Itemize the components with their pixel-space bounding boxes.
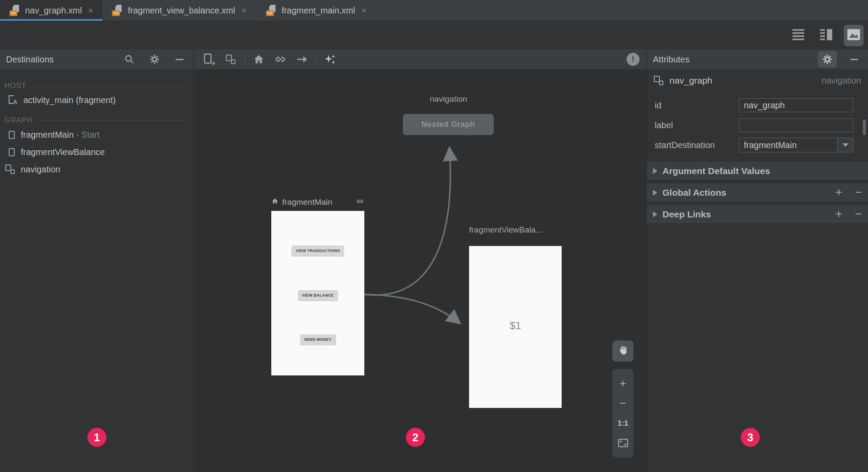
attributes-title: Attributes bbox=[653, 55, 689, 65]
nested-graph-node[interactable]: Nested Graph bbox=[403, 114, 494, 135]
destinations-panel: Destinations HOST A activity_main (fragm… bbox=[0, 49, 194, 472]
hand-icon bbox=[617, 345, 629, 358]
split-view-button[interactable] bbox=[816, 25, 836, 46]
design-view-icon bbox=[847, 29, 861, 42]
add-deep-link-button[interactable]: + bbox=[835, 208, 842, 220]
split-view-icon bbox=[819, 28, 833, 43]
activity-icon: A bbox=[9, 95, 17, 105]
xml-file-icon: <> bbox=[10, 5, 20, 16]
gear-icon[interactable] bbox=[818, 51, 837, 68]
link-icon bbox=[356, 197, 364, 208]
remove-deep-link-button[interactable]: − bbox=[855, 208, 862, 220]
tab-nav-graph-xml[interactable]: <> nav_graph.xml × bbox=[0, 0, 103, 21]
expand-arrow-icon bbox=[653, 211, 657, 217]
callout-badge-2: 2 bbox=[406, 428, 425, 447]
host-section-header: HOST bbox=[4, 80, 189, 91]
destination-fragment-main[interactable]: fragmentMain - Start bbox=[4, 126, 189, 143]
home-icon[interactable] bbox=[251, 52, 267, 67]
gear-icon[interactable] bbox=[147, 52, 162, 67]
fragment-main-node[interactable]: VIEW TRANSACTIONS VIEW BALANCE SEND MONE… bbox=[271, 211, 364, 375]
toolbar-separator bbox=[244, 54, 245, 65]
destination-label: fragmentViewBalance bbox=[21, 147, 105, 157]
balance-text: $1 bbox=[469, 320, 562, 332]
tab-label: fragment_main.xml bbox=[282, 6, 355, 16]
label-label: label bbox=[655, 120, 673, 130]
section-argument-default-values[interactable]: Argument Default Values bbox=[647, 161, 868, 181]
destination-navigation[interactable]: navigation bbox=[4, 161, 189, 178]
hide-panel-icon[interactable] bbox=[172, 52, 187, 67]
tab-label: nav_graph.xml bbox=[25, 6, 82, 16]
home-icon bbox=[271, 197, 279, 207]
section-deep-links[interactable]: Deep Links + − bbox=[647, 204, 868, 224]
new-nested-graph-icon[interactable] bbox=[223, 52, 238, 67]
zoom-out-button[interactable]: − bbox=[620, 398, 626, 409]
action-arrow-icon[interactable] bbox=[294, 52, 310, 67]
view-transactions-button: VIEW TRANSACTIONS bbox=[292, 246, 344, 256]
destination-label: fragmentMain - Start bbox=[21, 130, 100, 140]
tab-fragment-main-xml[interactable]: <> fragment_main.xml × bbox=[257, 0, 376, 21]
canvas-toolbar: ! bbox=[194, 49, 646, 70]
nested-graph-caption: navigation bbox=[406, 94, 491, 104]
toolbar-separator bbox=[316, 54, 316, 65]
close-icon[interactable]: × bbox=[361, 5, 366, 16]
graph-section-header: GRAPH bbox=[4, 115, 189, 126]
tab-fragment-view-balance-xml[interactable]: <> fragment_view_balance.xml × bbox=[103, 0, 256, 21]
expand-arrow-icon bbox=[653, 168, 657, 174]
pan-tool-button[interactable] bbox=[612, 340, 633, 362]
auto-arrange-icon[interactable] bbox=[322, 52, 338, 67]
destination-fragment-view-balance[interactable]: fragmentViewBalance bbox=[4, 143, 189, 161]
deep-link-icon[interactable] bbox=[273, 52, 288, 67]
component-name: nav_graph bbox=[669, 75, 712, 86]
search-icon[interactable] bbox=[122, 52, 137, 67]
tab-label: fragment_view_balance.xml bbox=[128, 6, 235, 16]
xml-file-icon: <> bbox=[112, 5, 122, 16]
nested-graph-icon bbox=[5, 165, 15, 174]
label-field[interactable] bbox=[739, 118, 853, 132]
fragment-icon bbox=[9, 131, 15, 139]
destination-activity-main[interactable]: A activity_main (fragment) bbox=[4, 91, 189, 109]
code-view-icon bbox=[791, 28, 806, 43]
attr-row-label: label bbox=[647, 118, 868, 133]
editor-mode-bar bbox=[0, 22, 868, 49]
fragment-view-balance-node[interactable]: $1 bbox=[469, 246, 562, 408]
code-view-button[interactable] bbox=[788, 25, 808, 46]
nav-graph-canvas[interactable]: navigation Nested Graph fragmentMain VIE… bbox=[194, 70, 646, 472]
expand-arrow-icon bbox=[653, 190, 657, 196]
fragment-icon bbox=[9, 148, 15, 156]
send-money-button: SEND MONEY bbox=[300, 334, 336, 345]
id-field[interactable] bbox=[739, 98, 853, 112]
callout-badge-1: 1 bbox=[87, 428, 106, 447]
design-view-button[interactable] bbox=[844, 25, 864, 46]
warning-icon[interactable]: ! bbox=[627, 53, 640, 66]
zoom-controls: + − 1:1 bbox=[612, 369, 633, 458]
xml-file-icon: <> bbox=[266, 5, 276, 16]
start-destination-label: startDestination bbox=[655, 140, 715, 150]
start-destination-value: fragmentMain bbox=[739, 140, 837, 150]
zoom-to-fit-icon[interactable] bbox=[618, 438, 628, 449]
new-destination-icon[interactable] bbox=[201, 52, 217, 67]
section-global-actions[interactable]: Global Actions + − bbox=[647, 183, 868, 202]
id-label: id bbox=[655, 100, 662, 110]
destination-label: activity_main (fragment) bbox=[23, 95, 116, 105]
attr-row-id: id bbox=[647, 98, 868, 113]
callout-badge-3: 3 bbox=[741, 428, 760, 447]
destinations-title: Destinations bbox=[6, 55, 54, 65]
close-icon[interactable]: × bbox=[241, 5, 246, 16]
attr-row-start-destination: startDestination fragmentMain bbox=[647, 138, 868, 152]
fragment-main-header: fragmentMain bbox=[271, 197, 364, 208]
add-global-action-button[interactable]: + bbox=[835, 187, 842, 198]
hide-panel-icon[interactable] bbox=[846, 52, 862, 67]
zoom-in-button[interactable]: + bbox=[620, 378, 626, 389]
destination-label: navigation bbox=[21, 165, 60, 175]
selected-component-row: nav_graph navigation bbox=[647, 70, 868, 92]
close-icon[interactable]: × bbox=[88, 5, 93, 16]
fragment-view-balance-caption: fragmentViewBala... bbox=[469, 225, 543, 235]
start-destination-dropdown[interactable]: fragmentMain bbox=[739, 138, 853, 152]
fragment-main-caption: fragmentMain bbox=[282, 197, 332, 207]
remove-global-action-button[interactable]: − bbox=[855, 187, 862, 198]
chevron-down-icon[interactable] bbox=[837, 138, 853, 152]
nav-graph-editor: ! navigation Nested Graph fragmentMain bbox=[194, 49, 646, 472]
attributes-panel: Attributes nav_graph navigation id label… bbox=[646, 49, 868, 472]
panel-scrollbar[interactable] bbox=[863, 120, 866, 135]
zoom-1-1-button[interactable]: 1:1 bbox=[617, 418, 628, 429]
